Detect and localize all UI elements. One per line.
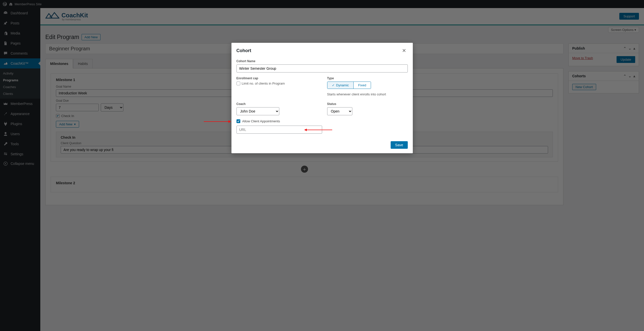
save-button[interactable]: Save: [391, 141, 408, 149]
allow-appointments-label: Allow Client Appointments: [242, 119, 280, 123]
type-dynamic-button[interactable]: ✓Dynamic: [327, 82, 354, 89]
limit-clients-checkbox[interactable]: [236, 82, 240, 85]
type-hint: Starts whenever client enrolls into coho…: [327, 92, 408, 96]
modal-title: Cohort: [236, 48, 251, 53]
annotation-arrow-url: [304, 130, 332, 130]
type-fixed-button[interactable]: Fixed: [353, 82, 371, 89]
cohort-name-label: Cohort Name: [236, 59, 408, 63]
status-label: Status: [327, 102, 408, 106]
enrollment-cap-label: Enrollment cap: [236, 77, 317, 80]
modal-overlay[interactable]: Cohort ✕ Cohort Name Enrollment cap Limi…: [0, 0, 644, 331]
modal-close-button[interactable]: ✕: [400, 47, 408, 54]
allow-appointments-checkbox[interactable]: [236, 119, 240, 123]
cohort-modal: Cohort ✕ Cohort Name Enrollment cap Limi…: [231, 43, 413, 153]
coach-label: Coach: [236, 102, 317, 106]
status-select[interactable]: Open: [327, 107, 352, 115]
type-label: Type: [327, 77, 408, 80]
check-icon: ✓: [332, 83, 335, 87]
annotation-arrow-checkbox: [204, 121, 231, 122]
limit-clients-label: Limit no. of clients in Program: [242, 82, 285, 85]
coach-select[interactable]: John Doe: [236, 107, 279, 115]
cohort-name-input[interactable]: [236, 64, 408, 72]
type-segment: ✓Dynamic Fixed: [327, 82, 371, 89]
